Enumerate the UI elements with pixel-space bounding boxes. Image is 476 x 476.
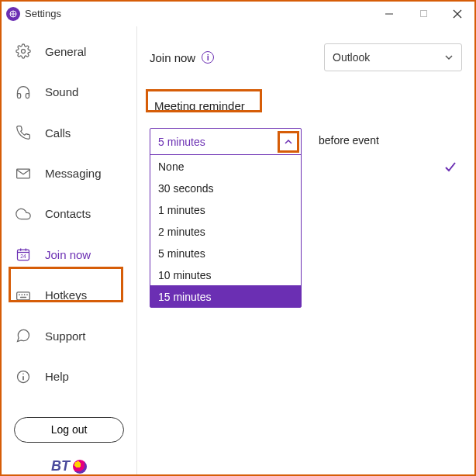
joinnow-label: Join now (150, 51, 195, 64)
sidebar-item-label: Support (45, 329, 86, 343)
svg-point-22 (22, 373, 24, 374)
reminder-option[interactable]: 30 seconds (150, 177, 301, 198)
reminder-option[interactable]: None (150, 155, 301, 177)
reminder-option[interactable]: 1 minutes (150, 198, 301, 220)
settings-window: Settings General (0, 0, 476, 476)
bt-logo: BT (2, 458, 136, 474)
calendar-icon: 24 (16, 247, 39, 262)
sidebar-item-join-now[interactable]: 24 Join now (2, 234, 136, 274)
main-panel: Join now i Outlook Meeting reminder 5 mi… (137, 26, 474, 474)
headphones-icon (16, 85, 39, 100)
maximize-button[interactable] (406, 2, 440, 26)
sidebar-item-label: Join now (45, 248, 91, 261)
meeting-reminder-label: Meeting reminder (150, 96, 250, 116)
svg-text:24: 24 (20, 254, 26, 259)
sidebar-item-label: Contacts (45, 207, 91, 220)
app-icon (6, 7, 20, 21)
svg-point-7 (22, 50, 26, 53)
sidebar-item-label: Hotkeys (45, 288, 87, 302)
sidebar-item-calls[interactable]: Calls (2, 112, 136, 153)
reminder-row: 5 minutes None 30 seconds 1 minutes 2 mi… (150, 128, 462, 308)
calendar-select[interactable]: Outlook (324, 43, 462, 71)
chat-icon (16, 328, 39, 343)
sidebar-item-sound[interactable]: Sound (2, 71, 136, 112)
sidebar-item-label: Sound (45, 85, 78, 98)
titlebar: Settings (2, 2, 474, 26)
keyboard-icon (16, 288, 39, 303)
brand-text: BT (51, 458, 70, 474)
highlight-box-chevron (278, 131, 299, 153)
chevron-down-icon (444, 53, 454, 62)
reminder-option[interactable]: 5 minutes (150, 242, 301, 264)
sidebar-item-label: Messaging (45, 167, 102, 180)
svg-rect-4 (420, 11, 426, 17)
reminder-dropdown-selected[interactable]: 5 minutes (150, 129, 301, 155)
sidebar-item-help[interactable]: Help (2, 357, 136, 397)
before-event-label: before event (319, 128, 379, 147)
cloud-icon (16, 206, 39, 222)
logout-button[interactable]: Log out (14, 417, 124, 443)
sidebar-item-support[interactable]: Support (2, 316, 136, 356)
sidebar-item-label: Calls (45, 126, 71, 140)
globe-icon (73, 460, 87, 474)
minimize-button[interactable] (372, 2, 406, 26)
sidebar: General Sound Calls Messaging (2, 26, 137, 474)
body: General Sound Calls Messaging (2, 26, 474, 474)
reminder-option[interactable]: 2 minutes (150, 220, 301, 242)
info-icon (16, 369, 39, 385)
window-title: Settings (25, 8, 61, 19)
svg-rect-8 (17, 169, 30, 178)
sidebar-item-messaging[interactable]: Messaging (2, 153, 136, 193)
info-icon[interactable]: i (202, 51, 214, 64)
reminder-selected-value: 5 minutes (158, 136, 205, 148)
sidebar-item-contacts[interactable]: Contacts (2, 194, 136, 234)
chevron-up-icon (284, 137, 293, 147)
sidebar-item-label: Help (45, 370, 69, 383)
svg-rect-14 (17, 292, 30, 300)
calendar-select-value: Outlook (333, 51, 370, 64)
sidebar-item-general[interactable]: General (2, 31, 136, 71)
reminder-dropdown[interactable]: 5 minutes None 30 seconds 1 minutes 2 mi… (150, 128, 302, 308)
reminder-option[interactable]: 10 minutes (150, 264, 301, 285)
joinnow-row: Join now i Outlook (150, 43, 462, 71)
gear-icon (16, 43, 39, 59)
window-controls (372, 2, 474, 26)
close-button[interactable] (440, 2, 474, 26)
sidebar-item-hotkeys[interactable]: Hotkeys (2, 275, 136, 316)
logout-label: Log out (51, 423, 88, 436)
phone-icon (16, 125, 39, 140)
sidebar-item-label: General (45, 45, 86, 58)
envelope-icon (16, 166, 39, 181)
checkmark-icon (443, 160, 457, 174)
reminder-option[interactable]: 15 minutes (150, 285, 301, 307)
